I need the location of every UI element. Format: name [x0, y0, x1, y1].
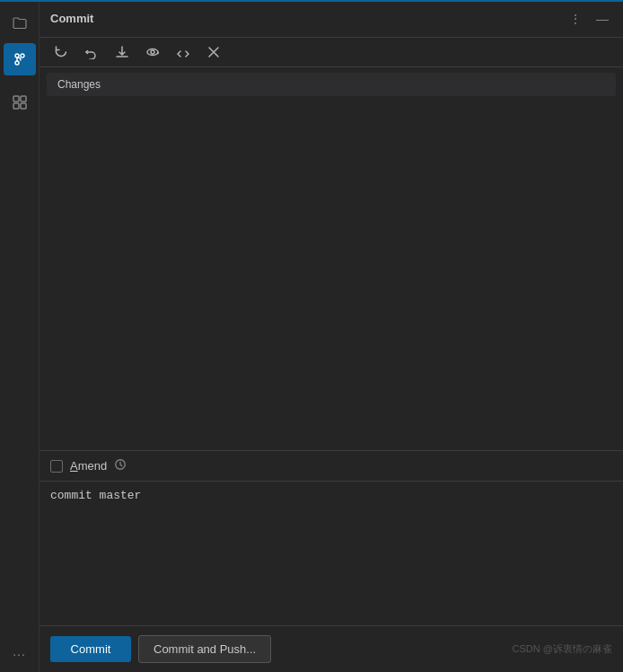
expand-button[interactable]: [172, 43, 194, 61]
action-bar: Commit Commit and Push... CSDN @诉衷情の麻雀: [39, 625, 623, 672]
expand-icon: [176, 45, 190, 59]
eye-icon: [145, 45, 160, 59]
amend-row: Amend: [39, 450, 623, 481]
changes-header: Changes: [47, 73, 616, 96]
toolbar: [39, 38, 623, 67]
undo-icon: [84, 45, 99, 59]
folder-icon: [13, 16, 27, 31]
changes-list: [39, 102, 623, 450]
close-icon: [206, 45, 221, 59]
amend-checkbox[interactable]: [50, 460, 63, 473]
sidebar-icon-extensions[interactable]: [4, 86, 36, 119]
main-panel: Commit ⋮ —: [39, 0, 623, 672]
sidebar: ···: [0, 0, 39, 672]
git-icon: [13, 52, 27, 66]
svg-rect-3: [13, 96, 19, 102]
download-icon: [115, 45, 129, 59]
commit-message-area: [39, 481, 623, 625]
clock-icon: [114, 458, 127, 471]
sidebar-icon-folder[interactable]: [4, 7, 36, 40]
more-options-button[interactable]: ⋮: [566, 10, 585, 28]
sidebar-more[interactable]: ···: [13, 647, 26, 661]
extensions-icon: [13, 95, 27, 110]
commit-message-input[interactable]: [50, 489, 612, 615]
commit-and-push-button[interactable]: Commit and Push...: [138, 635, 271, 663]
svg-point-8: [151, 50, 154, 54]
sidebar-icon-git[interactable]: [4, 43, 36, 75]
changes-area: Changes Amend: [39, 67, 623, 481]
close-panel-button[interactable]: [203, 43, 224, 61]
amend-label: Amend: [70, 459, 107, 473]
refresh-icon: [54, 45, 68, 59]
svg-point-2: [21, 54, 24, 57]
watermark: CSDN @诉衷情の麻雀: [513, 642, 612, 656]
view-button[interactable]: [142, 43, 163, 61]
refresh-button[interactable]: [50, 43, 72, 61]
svg-rect-4: [21, 96, 26, 102]
commit-button[interactable]: Commit: [50, 636, 131, 662]
history-icon[interactable]: [114, 458, 127, 473]
svg-rect-6: [21, 103, 26, 109]
panel-title: Commit: [50, 12, 93, 25]
minimize-button[interactable]: —: [592, 10, 612, 28]
fetch-button[interactable]: [111, 43, 133, 61]
undo-button[interactable]: [81, 43, 102, 61]
svg-rect-5: [13, 103, 19, 109]
progress-bar: [0, 0, 623, 2]
title-bar-actions: ⋮ —: [566, 10, 612, 28]
title-bar: Commit ⋮ —: [39, 0, 623, 38]
